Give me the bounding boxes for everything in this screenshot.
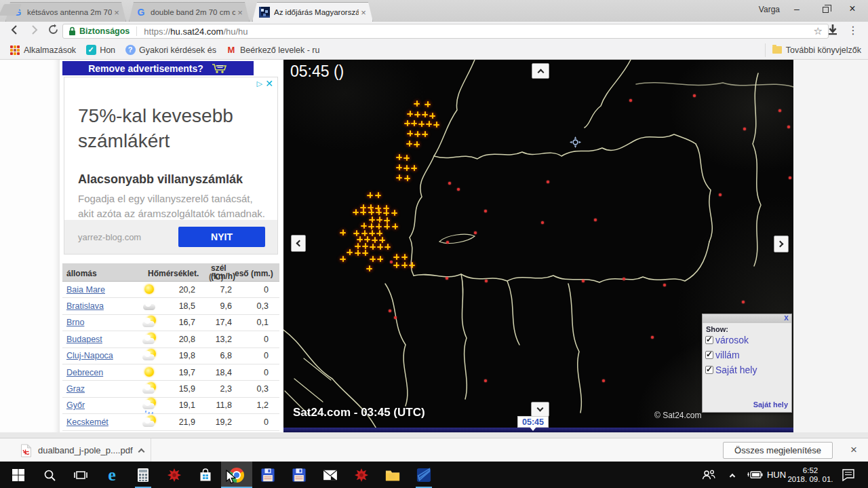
remove-ads-banner[interactable]: Remove advertisements?: [62, 61, 254, 75]
taskbar-item-red-app-2[interactable]: [346, 462, 377, 488]
layer-option-label: városok: [715, 335, 749, 345]
people-button[interactable]: [698, 462, 719, 488]
map-up-button[interactable]: [532, 63, 549, 79]
bookmark-item[interactable]: MBeérkező levelek - ru: [226, 45, 319, 56]
tray-expand-button[interactable]: [724, 462, 741, 488]
tab-close-icon[interactable]: ×: [235, 7, 245, 18]
browser-tab[interactable]: Gdouble band 2m 70 cm c×: [129, 2, 250, 22]
download-item[interactable]: dualband_j-pole_p....pdf: [20, 442, 144, 459]
ad-cta-button[interactable]: NYIT: [178, 227, 265, 247]
taskbar-item-task-view[interactable]: [65, 462, 96, 488]
browser-menu-button[interactable]: ⋮: [845, 24, 861, 39]
layer-option[interactable]: városok: [705, 335, 791, 345]
bookmark-item[interactable]: ✓Hon: [85, 45, 115, 56]
notification-center-button[interactable]: [837, 462, 860, 488]
ad-headline: 75%-kal kevesebb számlákért: [78, 103, 268, 153]
address-bar[interactable]: Biztonságos https://hu.sat24.com/hu/hu ☆: [62, 24, 829, 39]
show-all-downloads-button[interactable]: Összes megjelenítése: [723, 442, 833, 459]
lightning-strike-marker: [422, 111, 428, 117]
taskbar-item-file-explorer[interactable]: [377, 462, 408, 488]
station-link[interactable]: Kecskemét: [66, 417, 108, 427]
refresh-button[interactable]: [45, 24, 61, 39]
lightning-strike-marker: [369, 217, 375, 223]
lightning-strike-marker: [372, 237, 378, 243]
station-link[interactable]: Baia Mare: [66, 285, 105, 295]
lightning-strike-marker: [383, 210, 389, 216]
browser-toolbar: Biztonságos https://hu.sat24.com/hu/hu ☆…: [0, 22, 868, 41]
lightning-strike-marker: [377, 244, 383, 250]
station-link[interactable]: Graz: [66, 384, 85, 394]
checkbox-checked-icon[interactable]: [705, 366, 713, 374]
own-location-link[interactable]: Saját hely: [753, 400, 788, 409]
advertisement[interactable]: ▷ ✕ 75%-kal kevesebb számlákért Alacsony…: [64, 77, 278, 255]
temperature-value: 19,7: [161, 368, 195, 377]
station-link[interactable]: Bratislava: [66, 301, 104, 311]
taskbar-item-red-app-1[interactable]: [159, 462, 190, 488]
forward-icon: [28, 24, 40, 36]
page-right-gutter: [793, 60, 868, 432]
bookmark-more[interactable]: További könyvjelzők: [765, 43, 868, 57]
taskbar-item-mail[interactable]: [315, 462, 346, 488]
panel-close-icon[interactable]: x: [784, 313, 789, 322]
taskbar-item-blue-app[interactable]: [408, 462, 439, 488]
back-button[interactable]: [7, 24, 23, 39]
lightning-strike-marker: [362, 250, 368, 256]
lightning-strike-marker: [360, 209, 366, 215]
bookmark-item[interactable]: ?Gyakori kérdések és: [125, 45, 216, 56]
station-link[interactable]: Győr: [66, 400, 85, 410]
checkbox-checked-icon[interactable]: [705, 351, 713, 359]
taskbar-item-floppy-app-1[interactable]: [252, 462, 283, 488]
partly-cloudy-icon: [142, 314, 158, 331]
map-down-button[interactable]: [531, 402, 549, 417]
download-menu-chevron-icon[interactable]: [138, 449, 144, 455]
city-dot: [457, 188, 460, 191]
temperature-value: 15,9: [161, 384, 195, 394]
station-link[interactable]: Cluj-Napoca: [66, 351, 113, 360]
map-next-button[interactable]: [774, 236, 789, 252]
layer-option[interactable]: Saját hely: [705, 364, 791, 375]
bookmark-apps[interactable]: Alkalmazások: [9, 45, 76, 56]
rain-value: 0: [232, 351, 274, 360]
download-bar-close-icon[interactable]: ×: [850, 443, 857, 457]
taskbar-item-start[interactable]: [3, 462, 34, 488]
clock-date: 2018. 09. 01.: [787, 475, 833, 484]
battery-indicator[interactable]: [745, 462, 765, 488]
window-minimize-button[interactable]: –: [785, 0, 808, 18]
station-link[interactable]: Brno: [66, 318, 84, 327]
layers-panel-header[interactable]: x: [703, 314, 791, 323]
tab-close-icon[interactable]: ×: [359, 7, 368, 18]
downloads-button[interactable]: [825, 24, 841, 39]
ad-close-icon[interactable]: ✕: [265, 78, 273, 89]
adchoices-icon[interactable]: ▷: [257, 79, 262, 88]
taskbar-item-floppy-app-2[interactable]: [283, 462, 315, 488]
satellite-map[interactable]: 05:45 () Sat24.com - 03:45 (UTC) © Sat24…: [283, 60, 793, 432]
forward-button[interactable]: [26, 24, 42, 39]
browser-tab[interactable]: Gkétsávos antenna 2m 70c×: [5, 2, 126, 22]
tab-close-icon[interactable]: ×: [112, 7, 121, 18]
wind-value: 7,2: [195, 285, 232, 295]
bookmark-label: Gyakori kérdések és: [139, 45, 216, 55]
taskbar-item-edge[interactable]: e: [96, 462, 127, 488]
map-prev-button[interactable]: [291, 235, 306, 252]
timeline-time-tooltip[interactable]: 05:45: [517, 416, 549, 428]
window-restore-button[interactable]: [814, 0, 837, 18]
language-indicator[interactable]: HUN: [765, 462, 788, 488]
browser-tab[interactable]: Az időjárás Magyarorszá×: [252, 2, 373, 22]
blue-app-icon: [416, 468, 431, 483]
layer-option[interactable]: villám: [705, 350, 791, 360]
temperature-value: 20,2: [161, 285, 195, 295]
station-link[interactable]: Debrecen: [66, 368, 103, 377]
page-left-gutter: [0, 60, 60, 432]
bookmark-star-icon[interactable]: ☆: [814, 25, 823, 37]
timeline-bar[interactable]: [283, 428, 793, 432]
window-close-button[interactable]: ×: [841, 0, 864, 18]
city-dot: [623, 278, 625, 280]
checkbox-checked-icon[interactable]: [705, 336, 713, 344]
clock[interactable]: 6:52 2018. 09. 01.: [785, 462, 835, 488]
taskbar-item-search[interactable]: [34, 462, 65, 488]
taskbar-item-calculator[interactable]: [127, 462, 159, 488]
lightning-strike-marker: [362, 243, 368, 249]
own-location-marker: [570, 136, 581, 151]
station-link[interactable]: Budapest: [66, 335, 102, 344]
taskbar-item-store[interactable]: [190, 462, 221, 488]
